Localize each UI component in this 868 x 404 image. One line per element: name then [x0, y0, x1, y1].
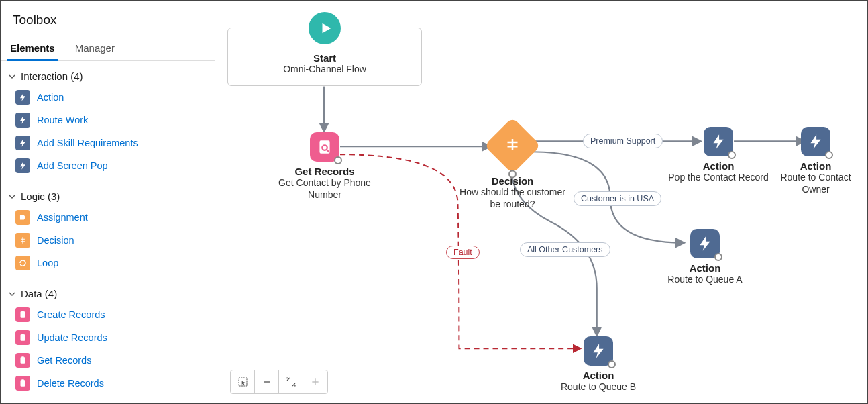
sidebar-item-label: Get Records: [37, 355, 91, 366]
sidebar-item-update-records[interactable]: Update Records: [14, 326, 208, 349]
node-title: Action: [583, 370, 614, 381]
node-route-contact-owner[interactable]: Action Route to Contact Owner: [765, 127, 866, 195]
decision-icon: [15, 233, 30, 248]
node-subtitle: Pop the Contact Record: [668, 172, 768, 184]
svg-rect-4: [21, 357, 25, 363]
node-title: Action: [690, 262, 721, 274]
category-label: Logic (3): [21, 191, 60, 202]
category-header-logic[interactable]: Logic (3): [9, 188, 208, 205]
toolbox-tabs: Elements Manager: [1, 37, 215, 61]
svg-rect-1: [21, 311, 24, 312]
node-subtitle: Omni-Channel Flow: [283, 64, 366, 76]
loop-icon: [15, 256, 30, 270]
node-subtitle: Get Contact by Phone Number: [268, 177, 382, 201]
svg-rect-6: [21, 380, 25, 386]
tab-manager[interactable]: Manager: [72, 37, 117, 60]
clipboard-icon: [15, 330, 30, 345]
connector-handle[interactable]: [728, 151, 736, 159]
clipboard-icon: [15, 353, 30, 368]
tab-elements[interactable]: Elements: [7, 37, 58, 60]
node-subtitle: How should the customer be routed?: [455, 187, 569, 210]
category-header-data[interactable]: Data (4): [9, 285, 208, 302]
category-data: Data (4) Create Records Update Records G…: [1, 279, 215, 399]
select-tool-button[interactable]: [231, 370, 255, 393]
sidebar-item-loop[interactable]: Loop: [14, 252, 208, 274]
connector-handle[interactable]: [714, 253, 722, 261]
node-title: Get Records: [294, 166, 354, 177]
sidebar-item-label: Route Work: [37, 115, 88, 125]
node-title: Action: [800, 160, 832, 172]
connector-handle[interactable]: [825, 151, 833, 159]
plus-icon: [310, 376, 321, 387]
sidebar-item-label: Add Skill Requirements: [37, 138, 138, 148]
category-interaction: Interaction (4) Action Route Work Add Sk…: [1, 61, 215, 181]
node-route-queue-b[interactable]: Action Route to Queue B: [541, 336, 655, 393]
category-label: Interaction (4): [21, 70, 83, 82]
sidebar-item-label: Decision: [37, 235, 74, 246]
node-title: Action: [703, 160, 735, 172]
toolbox-title: Toolbox: [1, 10, 215, 37]
sidebar-item-label: Loop: [37, 258, 58, 268]
sidebar-item-create-records[interactable]: Create Records: [14, 303, 208, 326]
category-header-interaction[interactable]: Interaction (4): [9, 68, 208, 85]
edge-label-all-other-customers[interactable]: All Other Customers: [520, 242, 610, 257]
connector-handle[interactable]: [508, 170, 517, 178]
sidebar-item-add-screen-pop[interactable]: Add Screen Pop: [14, 154, 208, 177]
sidebar-item-delete-records[interactable]: Delete Records: [14, 372, 208, 395]
zoom-out-button[interactable]: [255, 370, 279, 393]
zoom-in-button[interactable]: [303, 370, 327, 393]
sidebar-item-get-records[interactable]: Get Records: [14, 349, 208, 372]
sidebar-item-decision[interactable]: Decision: [14, 229, 208, 252]
bolt-icon: [15, 113, 30, 128]
canvas-toolbar: [230, 370, 328, 394]
node-pop-contact[interactable]: Action Pop the Contact Record: [661, 127, 775, 184]
svg-rect-3: [21, 334, 24, 335]
chevron-down-icon: [9, 291, 15, 297]
edge-label-premium-support[interactable]: Premium Support: [583, 134, 663, 148]
sidebar-item-label: Add Screen Pop: [37, 160, 108, 171]
bolt-icon: [15, 158, 30, 173]
collapse-icon: [286, 376, 296, 387]
node-title: Start: [313, 52, 336, 64]
svg-rect-2: [21, 334, 25, 340]
node-subtitle: Route to Queue B: [561, 381, 636, 393]
sidebar-item-label: Delete Records: [37, 378, 104, 389]
category-logic: Logic (3) Assignment Decision Loop: [1, 181, 215, 279]
node-subtitle: Route to Queue A: [667, 274, 742, 286]
flow-canvas[interactable]: Start Omni-Channel Flow Get Records Get …: [215, 1, 867, 403]
fit-to-screen-button[interactable]: [279, 370, 303, 393]
marquee-icon: [237, 376, 248, 387]
sidebar-item-label: Assignment: [37, 212, 88, 223]
svg-rect-0: [21, 311, 25, 317]
toolbox-sidebar: Toolbox Elements Manager Interaction (4)…: [1, 1, 215, 403]
clipboard-icon: [15, 307, 30, 322]
connector-handle[interactable]: [608, 360, 616, 368]
node-get-records[interactable]: Get Records Get Contact by Phone Number: [268, 132, 382, 201]
sidebar-item-add-skill-requirements[interactable]: Add Skill Requirements: [14, 132, 208, 154]
sidebar-item-assignment[interactable]: Assignment: [14, 206, 208, 229]
assignment-icon: [15, 210, 30, 225]
node-start[interactable]: Start Omni-Channel Flow: [227, 28, 422, 86]
svg-rect-5: [21, 356, 24, 358]
bolt-icon: [15, 136, 30, 150]
sidebar-item-route-work[interactable]: Route Work: [14, 109, 208, 132]
sidebar-item-action[interactable]: Action: [14, 86, 208, 109]
svg-rect-7: [21, 379, 24, 381]
play-icon: [309, 12, 341, 44]
chevron-down-icon: [9, 193, 15, 200]
clipboard-icon: [15, 376, 30, 391]
edge-label-customer-in-usa[interactable]: Customer is in USA: [574, 191, 661, 206]
sidebar-item-label: Update Records: [37, 332, 107, 343]
edge-label-fault[interactable]: Fault: [446, 246, 480, 259]
bolt-icon: [15, 90, 30, 105]
node-decision[interactable]: Decision How should the customer be rout…: [455, 125, 569, 210]
chevron-down-icon: [9, 73, 15, 80]
connector-handle[interactable]: [334, 156, 342, 164]
node-route-queue-a[interactable]: Action Route to Queue A: [648, 229, 762, 286]
node-subtitle: Route to Contact Owner: [765, 172, 866, 195]
sidebar-item-label: Action: [37, 92, 64, 103]
minus-icon: [262, 376, 272, 387]
sidebar-item-label: Create Records: [37, 309, 105, 320]
category-label: Data (4): [21, 288, 57, 299]
